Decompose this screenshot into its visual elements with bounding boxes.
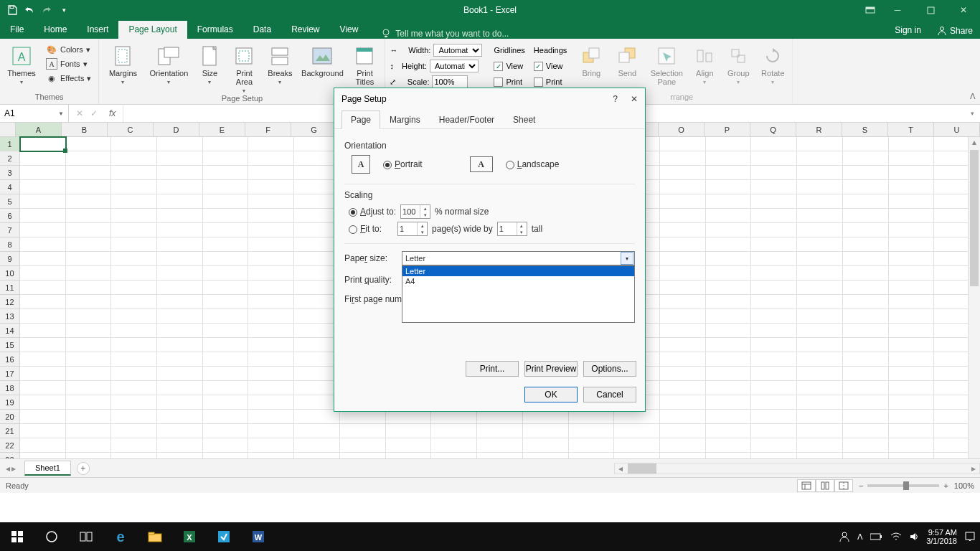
cell[interactable] bbox=[889, 295, 935, 309]
cell[interactable] bbox=[614, 453, 660, 458]
cell[interactable] bbox=[294, 438, 340, 453]
cancel-formula-icon[interactable]: ✕ bbox=[76, 108, 83, 118]
row-header[interactable]: 1 bbox=[0, 137, 20, 151]
redo-icon[interactable] bbox=[39, 2, 55, 18]
cell[interactable] bbox=[797, 180, 843, 194]
cell[interactable] bbox=[111, 223, 157, 237]
cell[interactable] bbox=[157, 324, 203, 338]
cell[interactable] bbox=[889, 281, 935, 295]
height-select[interactable]: Automatic bbox=[430, 60, 479, 72]
sheet-nav-last-icon[interactable]: ▸ bbox=[11, 463, 16, 474]
sheet-tab[interactable]: Sheet1 bbox=[24, 461, 71, 476]
cell[interactable] bbox=[66, 309, 112, 324]
minimize-button[interactable]: ─ bbox=[881, 0, 914, 20]
cell[interactable] bbox=[340, 424, 386, 438]
tab-formulas[interactable]: Formulas bbox=[187, 21, 243, 39]
cell[interactable] bbox=[706, 223, 752, 237]
taskbar-clock[interactable]: 9:57 AM 3/1/2018 bbox=[926, 528, 957, 545]
print-button[interactable]: Print... bbox=[466, 361, 519, 377]
fonts-button[interactable]: AFonts ▾ bbox=[43, 57, 94, 70]
vertical-scrollbar[interactable]: ▴ bbox=[968, 137, 980, 458]
row-header[interactable]: 4 bbox=[0, 180, 20, 194]
cell[interactable] bbox=[706, 209, 752, 223]
cell[interactable] bbox=[751, 424, 797, 438]
gridlines-print-checkbox[interactable] bbox=[494, 77, 503, 87]
width-select[interactable]: Automatic bbox=[433, 44, 482, 57]
colors-button[interactable]: 🎨Colors ▾ bbox=[43, 43, 94, 56]
cell[interactable] bbox=[66, 295, 112, 309]
row-header[interactable]: 21 bbox=[0, 424, 20, 438]
cell[interactable] bbox=[751, 395, 797, 410]
cell[interactable] bbox=[248, 223, 294, 237]
cell[interactable] bbox=[889, 180, 935, 194]
cell[interactable] bbox=[431, 424, 477, 438]
people-icon[interactable] bbox=[839, 531, 850, 542]
cell[interactable] bbox=[797, 237, 843, 252]
group-button[interactable]: Group▾ bbox=[723, 42, 753, 85]
cell[interactable] bbox=[843, 137, 889, 151]
cell[interactable] bbox=[660, 309, 706, 324]
row-header[interactable]: 12 bbox=[0, 295, 20, 309]
cell[interactable] bbox=[751, 352, 797, 367]
cell[interactable] bbox=[706, 295, 752, 309]
cell[interactable] bbox=[843, 180, 889, 194]
ribbon-options-icon[interactable] bbox=[859, 0, 881, 20]
column-header[interactable]: P bbox=[705, 123, 750, 136]
cell[interactable] bbox=[20, 223, 66, 237]
cell[interactable] bbox=[569, 438, 615, 453]
cell[interactable] bbox=[66, 166, 112, 180]
cell[interactable] bbox=[889, 395, 935, 410]
cell[interactable] bbox=[751, 295, 797, 309]
cell[interactable] bbox=[660, 438, 706, 453]
cell[interactable] bbox=[20, 309, 66, 324]
portrait-radio[interactable]: Portrait bbox=[383, 159, 423, 169]
cell[interactable] bbox=[157, 352, 203, 367]
cell[interactable] bbox=[797, 453, 843, 458]
row-header[interactable]: 6 bbox=[0, 209, 20, 223]
column-header[interactable]: T bbox=[888, 123, 934, 136]
cell[interactable] bbox=[157, 309, 203, 324]
cell[interactable] bbox=[203, 180, 249, 194]
battery-icon[interactable] bbox=[870, 533, 883, 540]
cell[interactable] bbox=[66, 395, 112, 410]
cell[interactable] bbox=[706, 166, 752, 180]
row-header[interactable]: 15 bbox=[0, 338, 20, 352]
cell[interactable] bbox=[751, 151, 797, 166]
orientation-button[interactable]: Orientation▾ bbox=[146, 42, 191, 85]
sheet-nav-first-icon[interactable]: ◂ bbox=[6, 463, 10, 474]
cell[interactable] bbox=[203, 137, 249, 151]
cell[interactable] bbox=[660, 223, 706, 237]
add-sheet-button[interactable]: + bbox=[77, 462, 90, 475]
cell[interactable] bbox=[660, 194, 706, 209]
cell[interactable] bbox=[294, 410, 340, 424]
cell[interactable] bbox=[111, 281, 157, 295]
cell[interactable] bbox=[248, 309, 294, 324]
cell[interactable] bbox=[157, 395, 203, 410]
cell[interactable] bbox=[248, 367, 294, 381]
cell[interactable] bbox=[203, 381, 249, 395]
wifi-icon[interactable] bbox=[890, 532, 902, 541]
name-box[interactable]: A1▼ bbox=[0, 105, 69, 122]
cell[interactable] bbox=[843, 367, 889, 381]
gridlines-view-checkbox[interactable]: ✓ bbox=[494, 62, 503, 71]
cell[interactable] bbox=[843, 410, 889, 424]
cell[interactable] bbox=[111, 381, 157, 395]
taskbar-explorer-icon[interactable] bbox=[138, 522, 172, 551]
cell[interactable] bbox=[203, 266, 249, 281]
cell[interactable] bbox=[248, 410, 294, 424]
cell[interactable] bbox=[614, 424, 660, 438]
cell[interactable] bbox=[706, 381, 752, 395]
cell[interactable] bbox=[20, 395, 66, 410]
start-button[interactable] bbox=[0, 522, 34, 551]
view-page-layout-button[interactable] bbox=[816, 479, 834, 492]
cell[interactable] bbox=[751, 438, 797, 453]
cell[interactable] bbox=[111, 338, 157, 352]
cell[interactable] bbox=[248, 194, 294, 209]
print-preview-button[interactable]: Print Preview bbox=[524, 361, 578, 377]
cell[interactable] bbox=[843, 223, 889, 237]
cell[interactable] bbox=[157, 424, 203, 438]
cell[interactable] bbox=[660, 395, 706, 410]
cell[interactable] bbox=[248, 266, 294, 281]
effects-button[interactable]: ◉Effects ▾ bbox=[43, 72, 94, 85]
cell[interactable] bbox=[706, 395, 752, 410]
